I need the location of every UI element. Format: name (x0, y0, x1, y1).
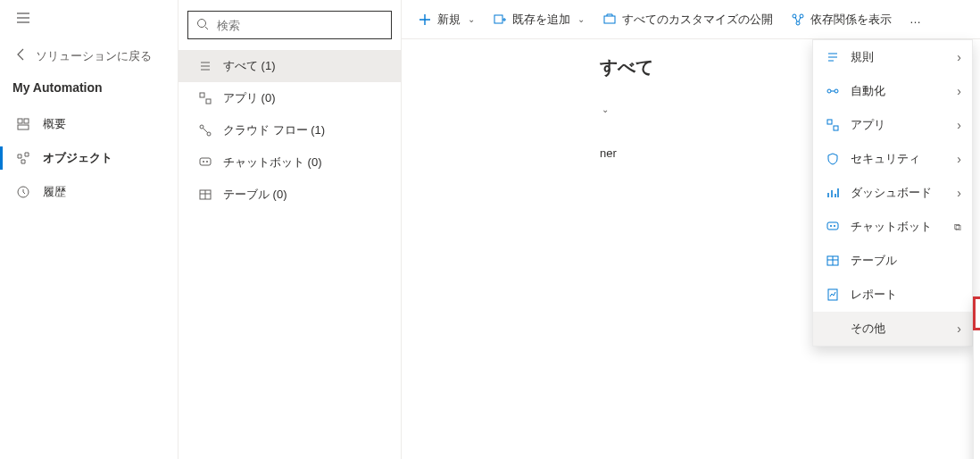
left-sidebar: ソリューションに戻る My Automation 概要 オブジェクト 履歴 (0, 0, 179, 459)
objects-icon (16, 151, 30, 165)
cmd-label: 既存を追加 (512, 12, 570, 28)
svg-rect-2 (18, 125, 29, 129)
svg-rect-13 (494, 15, 502, 23)
nav-history[interactable]: 履歴 (0, 175, 178, 209)
nav-label: オブジェクト (43, 150, 112, 166)
svg-point-10 (203, 161, 204, 163)
filter-label: すべて (1) (223, 58, 276, 74)
svg-rect-22 (827, 222, 838, 230)
report-icon (826, 288, 840, 302)
svg-rect-1 (24, 119, 29, 123)
cmd-overflow[interactable]: … (902, 7, 928, 31)
filter-tables[interactable]: テーブル (0) (179, 179, 401, 211)
nav-objects[interactable]: オブジェクト (0, 141, 178, 175)
menu-security[interactable]: セキュリティ (813, 142, 972, 176)
menu-other[interactable]: その他 (813, 312, 972, 346)
svg-rect-9 (200, 158, 211, 165)
hamburger-icon[interactable] (16, 14, 30, 28)
main-area: 新規 ⌄ 既存を追加 ⌄ すべてのカスタマイズの公開 依存関係を表示 … すべて (402, 0, 980, 459)
flow-icon (198, 123, 212, 138)
nav-label: 履歴 (43, 184, 66, 200)
svg-point-4 (198, 19, 206, 27)
cmd-publish-all[interactable]: すべてのカスタマイズの公開 (595, 6, 780, 33)
table-icon (826, 254, 840, 268)
dashboard-icon (826, 186, 840, 200)
app-icon (826, 118, 840, 132)
svg-rect-20 (827, 120, 832, 124)
back-to-solutions[interactable]: ソリューションに戻る (0, 38, 178, 73)
svg-point-24 (834, 225, 835, 227)
cmd-label: すべてのカスタマイズの公開 (622, 12, 773, 28)
submenu-choices[interactable]: 選択肢 (974, 433, 980, 459)
cmd-label: 新規 (437, 12, 461, 28)
col-chevron[interactable]: ⌄ (602, 104, 609, 114)
svg-rect-6 (206, 99, 211, 104)
filter-label: クラウド フロー (1) (223, 122, 325, 138)
cmd-add-existing[interactable]: 既存を追加 ⌄ (486, 6, 592, 33)
nav-overview[interactable]: 概要 (0, 107, 178, 141)
plus-icon (418, 13, 432, 27)
other-submenu: 環境変数 接続参照 接続ロール 設定 選択肢 (973, 296, 980, 459)
chatbot-icon (826, 220, 840, 234)
search-input[interactable] (217, 19, 384, 32)
cmd-label: 依存関係を表示 (810, 12, 892, 28)
svg-rect-0 (18, 119, 22, 123)
filter-label: テーブル (0) (223, 187, 287, 203)
chevron-down-icon: ⌄ (468, 14, 475, 24)
svg-point-18 (827, 89, 831, 93)
menu-dashboard[interactable]: ダッシュボード (813, 176, 972, 210)
menu-report[interactable]: レポート (813, 278, 972, 312)
menu-chatbot[interactable]: チャットボット (813, 210, 972, 244)
svg-point-11 (206, 161, 208, 163)
publish-icon (602, 13, 617, 27)
svg-point-19 (835, 89, 838, 93)
overview-icon (16, 117, 30, 131)
svg-rect-5 (200, 93, 204, 97)
filter-apps[interactable]: アプリ (0) (179, 82, 401, 114)
command-bar: 新規 ⌄ 既存を追加 ⌄ すべてのカスタマイズの公開 依存関係を表示 … (402, 0, 980, 39)
submenu-connection-role[interactable]: 接続ロール (974, 365, 980, 399)
filter-label: チャットボット (0) (223, 154, 322, 171)
solution-name: My Automation (0, 73, 178, 107)
row-display: ner (600, 146, 617, 160)
chevron-down-icon: ⌄ (577, 14, 585, 24)
cmd-show-deps[interactable]: 依存関係を表示 (784, 6, 899, 33)
filter-cloudflows[interactable]: クラウド フロー (1) (179, 114, 401, 146)
svg-point-23 (830, 225, 832, 227)
shield-icon (826, 152, 840, 166)
overflow-icon: … (909, 13, 921, 26)
back-arrow-icon (14, 47, 29, 64)
deps-icon (791, 13, 805, 27)
add-existing-icon (493, 13, 507, 27)
table-icon (198, 188, 212, 202)
filter-chatbots[interactable]: チャットボット (0) (179, 146, 401, 179)
search-box[interactable] (187, 11, 392, 39)
svg-rect-14 (604, 16, 615, 23)
search-icon (195, 17, 210, 34)
back-label: ソリューションに戻る (36, 48, 152, 64)
filter-all[interactable]: すべて (1) (179, 50, 401, 82)
menu-app[interactable]: アプリ (813, 108, 972, 142)
svg-rect-21 (834, 126, 838, 130)
new-menu: 規則 自動化 アプリ セキュリティ ダッシュボード チャットボット テーブル レ… (812, 39, 973, 346)
submenu-settings[interactable]: 設定 (974, 399, 980, 433)
nav-label: 概要 (43, 116, 66, 132)
history-icon (16, 185, 30, 199)
submenu-env-variable[interactable]: 環境変数 (974, 297, 980, 331)
menu-automation[interactable]: 自動化 (813, 74, 972, 108)
menu-table[interactable]: テーブル (813, 244, 972, 278)
list-icon (198, 59, 212, 73)
submenu-connection-ref[interactable]: 接続参照 (974, 331, 980, 365)
app-icon (198, 91, 212, 105)
automation-icon (826, 84, 840, 98)
rules-icon (826, 50, 840, 64)
cmd-new[interactable]: 新規 ⌄ (411, 6, 482, 33)
svg-point-17 (796, 21, 800, 25)
filter-label: アプリ (0) (223, 90, 276, 106)
chatbot-icon (198, 155, 212, 170)
menu-rules[interactable]: 規則 (813, 40, 972, 74)
filter-column: すべて (1) アプリ (0) クラウド フロー (1) チャットボット (0)… (179, 0, 402, 459)
